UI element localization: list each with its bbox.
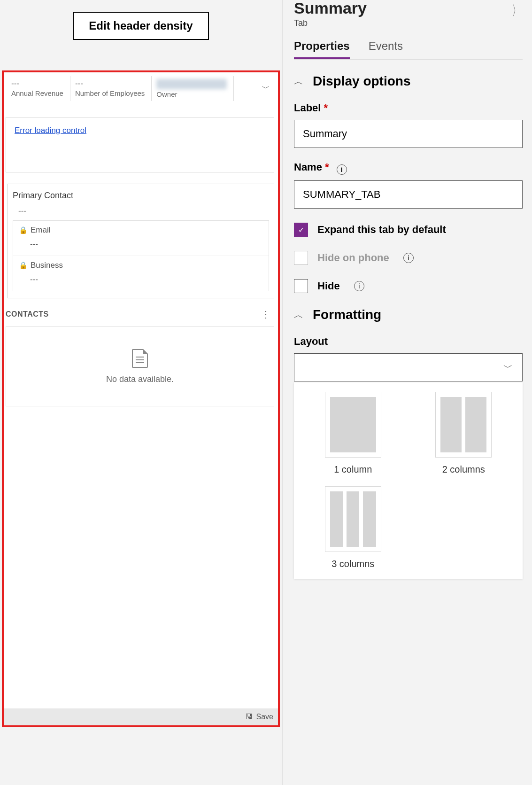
header-field-owner[interactable]: Owner: [152, 76, 234, 101]
primary-contact-label: Primary Contact: [13, 191, 269, 201]
info-icon[interactable]: i: [403, 253, 414, 263]
formatting-heading: Formatting: [313, 307, 381, 322]
chevron-up-icon[interactable]: ︿: [294, 309, 303, 321]
chevron-down-icon: ﹀: [503, 361, 513, 374]
hide-label: Hide: [317, 280, 340, 292]
lock-icon: 🔒: [19, 261, 28, 270]
owner-blurred-value: [156, 79, 227, 89]
edit-header-density-button[interactable]: Edit header density: [73, 12, 208, 40]
save-label[interactable]: Save: [256, 713, 273, 721]
chevron-right-icon[interactable]: 〉: [512, 2, 520, 20]
field-value: ---: [30, 275, 263, 284]
form-header: --- Annual Revenue --- Number of Employe…: [4, 72, 278, 103]
properties-panel: Summary Tab 〉 Properties Events ︿ Displa…: [282, 0, 532, 785]
label-field-label: Label: [294, 102, 321, 114]
info-icon[interactable]: i: [354, 281, 364, 291]
header-field-annual-revenue[interactable]: --- Annual Revenue: [7, 76, 70, 101]
field-label: Business: [31, 261, 63, 270]
hide-on-phone-label: Hide on phone: [317, 252, 389, 264]
tab-properties[interactable]: Properties: [294, 39, 350, 59]
field-email[interactable]: 🔒Email ---: [13, 221, 269, 256]
control-error-box: Error loading control: [6, 117, 274, 172]
chevron-down-icon[interactable]: ﹀: [256, 76, 275, 101]
more-icon[interactable]: ⋮: [261, 309, 273, 320]
label-input[interactable]: [294, 120, 523, 148]
layout-label: Layout: [294, 335, 523, 348]
field-business[interactable]: 🔒Business ---: [13, 256, 269, 291]
name-input[interactable]: [294, 180, 523, 209]
layout-option-1col[interactable]: 1 column: [303, 392, 403, 475]
required-indicator: *: [325, 161, 329, 173]
display-options-heading: Display options: [313, 74, 410, 89]
primary-contact-value: ---: [18, 206, 269, 216]
expand-default-checkbox[interactable]: ✓: [294, 223, 308, 237]
chevron-up-icon[interactable]: ︿: [294, 75, 303, 88]
layout-caption: 2 columns: [442, 464, 485, 475]
primary-contact-card[interactable]: Primary Contact --- 🔒Email --- 🔒Business…: [8, 184, 274, 298]
required-indicator: *: [324, 102, 328, 114]
name-field-label: Name: [294, 161, 322, 173]
layout-option-2col[interactable]: 2 columns: [414, 392, 514, 475]
contacts-section-heading: CONTACTS: [6, 310, 49, 319]
error-loading-link[interactable]: Error loading control: [15, 126, 86, 135]
empty-text: No data available.: [106, 374, 174, 384]
form-canvas: --- Annual Revenue --- Number of Employe…: [2, 70, 280, 727]
info-icon[interactable]: i: [337, 164, 347, 175]
header-label: Annual Revenue: [11, 89, 63, 97]
layout-caption: 3 columns: [332, 559, 374, 569]
hide-checkbox[interactable]: [294, 279, 308, 293]
save-icon[interactable]: 🖫: [245, 713, 253, 721]
document-icon: [132, 349, 148, 368]
field-value: ---: [30, 240, 263, 249]
panel-subtitle: Tab: [294, 18, 367, 28]
layout-caption: 1 column: [334, 464, 372, 475]
field-label: Email: [31, 225, 51, 235]
layout-select[interactable]: ﹀: [294, 353, 523, 381]
contacts-empty-state: No data available.: [6, 326, 274, 406]
header-label: Owner: [156, 90, 227, 98]
header-field-employees[interactable]: --- Number of Employees: [70, 76, 152, 101]
lock-icon: 🔒: [19, 226, 28, 234]
header-label: Number of Employees: [75, 89, 145, 97]
expand-default-label: Expand this tab by default: [317, 224, 446, 236]
tab-events[interactable]: Events: [369, 39, 403, 59]
hide-on-phone-checkbox: [294, 251, 308, 265]
header-value: ---: [11, 79, 63, 88]
footer-bar: 🖫 Save: [4, 708, 278, 725]
header-value: ---: [75, 79, 145, 88]
layout-option-3col[interactable]: 3 columns: [303, 486, 403, 569]
layout-options-popup: 1 column 2 columns 3 columns: [294, 382, 523, 579]
panel-title: Summary: [294, 0, 367, 17]
